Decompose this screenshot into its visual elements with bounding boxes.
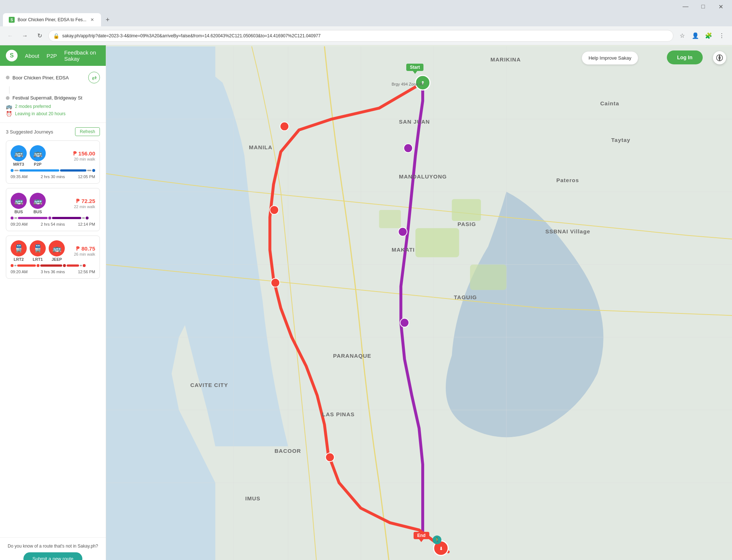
submit-route-button[interactable]: Submit a new route [23, 552, 82, 560]
journey-3-arrive: 12:56 PM [78, 270, 95, 274]
mrt3-label: MRT3 [13, 162, 24, 166]
address-bar[interactable]: 🔒 sakay.ph/app/trip?date=2023-3-4&time=0… [48, 30, 673, 42]
bus2-icon: 🚌 [30, 193, 46, 209]
to-location[interactable]: Festival Supermall, Bridgeway St [12, 95, 100, 101]
back-button[interactable]: ← [4, 30, 16, 42]
mode-bus1: 🚌 BUS [11, 193, 27, 214]
nav-p2p[interactable]: P2P [46, 53, 57, 59]
journey-2-modes: 🚌 BUS 🚌 BUS [11, 193, 46, 214]
journey-1-price-section: ₱ 156.00 20 min walk [73, 150, 95, 161]
svg-point-21 [398, 228, 407, 236]
bus1-label: BUS [14, 210, 23, 214]
swap-button[interactable]: ⇄ [88, 72, 100, 83]
title-bar: — □ ✕ [0, 0, 732, 13]
extensions-button[interactable]: 🧩 [703, 30, 714, 42]
login-button[interactable]: Log In [667, 50, 703, 64]
bookmark-button[interactable]: ☆ [676, 30, 688, 42]
submit-question: Do you know of a route that's not in Sak… [6, 544, 100, 549]
help-improve-button[interactable]: Help Improve Sakay [582, 51, 638, 65]
from-dot [6, 76, 10, 79]
to-dot [6, 96, 10, 100]
start-label: Start [406, 64, 423, 71]
search-modes[interactable]: 🚌 2 modes preferred [6, 104, 100, 109]
browser-toolbar: ← → ↻ 🔒 sakay.ph/app/trip?date=2023-3-4&… [0, 26, 732, 45]
mrt3-icon: 🚌 [11, 145, 27, 161]
url-text: sakay.ph/app/trip?date=2023-3-4&time=09%… [62, 33, 669, 38]
sidebar: S About P2P Feedback on Sakay Boor Chick… [0, 45, 106, 560]
svg-marker-28 [719, 55, 720, 58]
journey-3-times: 09:20 AM 3 hrs 36 mins 12:56 PM [11, 270, 95, 274]
journey-2-times: 09:20 AM 2 hrs 54 mins 12:14 PM [11, 222, 95, 226]
journey-1-timeline [11, 169, 95, 172]
secure-icon: 🔒 [53, 33, 59, 39]
journey-1-arrive: 12:05 PM [78, 174, 95, 179]
jeep-icon: 🚌 [49, 240, 65, 256]
journey-1-price: ₱ 156.00 [73, 150, 95, 157]
svg-marker-29 [719, 58, 720, 61]
start-marker: Start [406, 64, 423, 74]
map-container[interactable]: ⬆ ⬇ Start End MARIKINA SAN JU [106, 45, 732, 560]
from-location[interactable]: Boor Chicken Piner, EDSA [12, 75, 85, 80]
nav-feedback[interactable]: Feedback on Sakay [64, 49, 100, 62]
search-divider [9, 86, 10, 94]
to-row: Festival Supermall, Bridgeway St [6, 95, 100, 101]
svg-text:⬇: ⬇ [439, 546, 443, 551]
journey-1-duration: 2 hrs 30 mins [41, 174, 65, 179]
svg-point-26 [325, 453, 334, 462]
journey-3-modes: 🚆 LRT2 🚆 LRT1 🚌 JEEP [11, 240, 65, 262]
forward-button[interactable]: → [19, 30, 31, 42]
svg-point-22 [400, 318, 409, 327]
journey-2-timeline [11, 217, 95, 219]
jeep-label: JEEP [52, 257, 62, 262]
lrt1-label: LRT1 [33, 257, 43, 262]
active-tab[interactable]: S Boor Chicken Piner, EDSA to Fes... ✕ [3, 13, 101, 26]
journeys-count: 3 Suggested Journeys [6, 129, 53, 135]
compass-button[interactable] [713, 51, 726, 64]
profile-button[interactable]: 👤 [690, 30, 701, 42]
journey-2-price: ₱ 72.25 [74, 198, 95, 204]
p2p-label: P2P [34, 162, 42, 166]
close-button[interactable]: ✕ [712, 1, 729, 12]
lrt2-label: LRT2 [14, 257, 24, 262]
reload-button[interactable]: ↻ [34, 30, 45, 42]
toolbar-actions: ☆ 👤 🧩 ⋮ [676, 30, 728, 42]
bus2-label: BUS [33, 210, 42, 214]
end-marker: End [414, 532, 429, 542]
time-icon: ⏰ [6, 111, 12, 117]
new-tab-button[interactable]: + [102, 15, 113, 25]
svg-point-20 [404, 144, 412, 153]
svg-point-24 [270, 206, 279, 214]
brgy-label: Brgy 494 Zone 49 [392, 82, 423, 86]
journey-3-duration: 3 hrs 36 mins [41, 270, 65, 274]
submit-route-section: Do you know of a route that's not in Sak… [0, 537, 106, 560]
journeys-section: 3 Suggested Journeys Refresh 🚌 MRT3 🚌 P2… [0, 123, 106, 537]
journey-3-timeline [11, 264, 95, 267]
journey-3-top: 🚆 LRT2 🚆 LRT1 🚌 JEEP ₱ 80.75 [11, 240, 95, 262]
journey-3-depart: 09:20 AM [11, 270, 27, 274]
journey-card-3[interactable]: 🚆 LRT2 🚆 LRT1 🚌 JEEP ₱ 80.75 [6, 236, 100, 279]
minimize-button[interactable]: — [677, 1, 694, 12]
p2p-icon: 🚌 [30, 145, 46, 161]
search-panel: Boor Chicken Piner, EDSA ⇄ Festival Supe… [0, 66, 106, 123]
mode-mrt3: 🚌 MRT3 [11, 145, 27, 166]
mode-p2p: 🚌 P2P [30, 145, 46, 166]
journey-1-modes: 🚌 MRT3 🚌 P2P [11, 145, 46, 166]
svg-rect-13 [452, 199, 481, 221]
journey-1-top: 🚌 MRT3 🚌 P2P ₱ 156.00 20 min walk [11, 145, 95, 166]
tab-close-button[interactable]: ✕ [89, 17, 95, 23]
journey-3-price: ₱ 80.75 [74, 245, 95, 252]
journey-1-depart: 09:35 AM [11, 174, 27, 179]
maximize-button[interactable]: □ [695, 1, 712, 12]
svg-rect-15 [470, 264, 506, 290]
modes-text: 2 modes preferred [15, 104, 51, 109]
tab-bar: S Boor Chicken Piner, EDSA to Fes... ✕ + [0, 13, 732, 26]
bus1-icon: 🚌 [11, 193, 27, 209]
search-time[interactable]: ⏰ Leaving in about 20 hours [6, 111, 100, 117]
refresh-button[interactable]: Refresh [75, 127, 100, 136]
menu-button[interactable]: ⋮ [716, 30, 728, 42]
nav-about[interactable]: About [25, 53, 39, 59]
journey-card-2[interactable]: 🚌 BUS 🚌 BUS ₱ 72.25 22 min walk [6, 188, 100, 231]
journey-card-1[interactable]: 🚌 MRT3 🚌 P2P ₱ 156.00 20 min walk [6, 140, 100, 184]
modes-icon: 🚌 [6, 104, 12, 109]
journey-1-times: 09:35 AM 2 hrs 30 mins 12:05 PM [11, 174, 95, 179]
